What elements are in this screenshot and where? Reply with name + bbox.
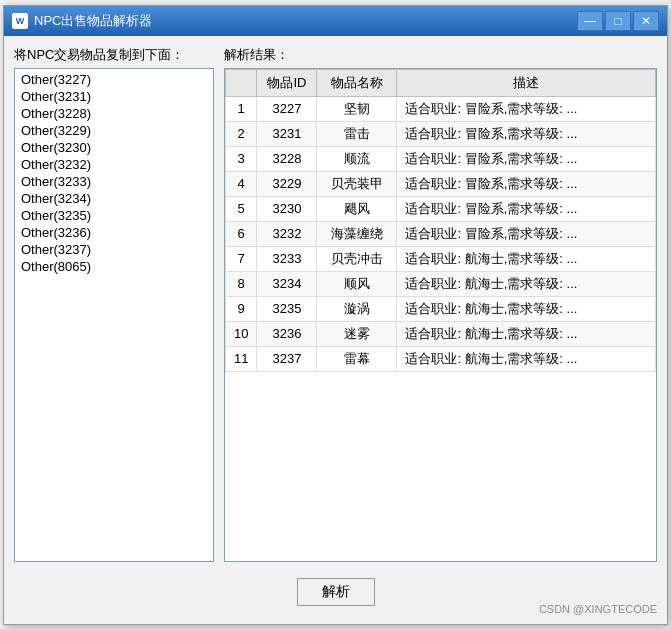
table-row: 103236迷雾适合职业: 航海士,需求等级: ... [226,321,656,346]
left-panel-label: 将NPC交易物品复制到下面： [14,46,214,64]
list-item[interactable]: Other(3232) [17,156,211,173]
window-icon: W [12,13,28,29]
cell-desc: 适合职业: 冒险系,需求等级: ... [397,221,656,246]
minimize-button[interactable]: — [577,11,603,31]
list-item[interactable]: Other(3237) [17,241,211,258]
cell-index: 7 [226,246,257,271]
list-item[interactable]: Other(3228) [17,105,211,122]
list-item[interactable]: Other(3234) [17,190,211,207]
window-title: NPC出售物品解析器 [34,12,577,30]
cell-id: 3227 [257,96,317,121]
table-row: 33228顺流适合职业: 冒险系,需求等级: ... [226,146,656,171]
cell-name: 顺风 [317,271,397,296]
cell-index: 3 [226,146,257,171]
cell-desc: 适合职业: 航海士,需求等级: ... [397,246,656,271]
table-body: 13227坚韧适合职业: 冒险系,需求等级: ...23231雷击适合职业: 冒… [226,96,656,371]
cell-name: 坚韧 [317,96,397,121]
cell-name: 雷击 [317,121,397,146]
cell-id: 3237 [257,346,317,371]
cell-desc: 适合职业: 航海士,需求等级: ... [397,321,656,346]
item-listbox[interactable]: Other(3227)Other(3231)Other(3228)Other(3… [14,68,214,562]
col-name: 物品名称 [317,69,397,96]
cell-id: 3235 [257,296,317,321]
cell-id: 3234 [257,271,317,296]
cell-index: 10 [226,321,257,346]
maximize-button[interactable]: □ [605,11,631,31]
cell-desc: 适合职业: 冒险系,需求等级: ... [397,96,656,121]
cell-index: 8 [226,271,257,296]
cell-id: 3231 [257,121,317,146]
table-row: 13227坚韧适合职业: 冒险系,需求等级: ... [226,96,656,121]
table-row: 63232海藻缠绕适合职业: 冒险系,需求等级: ... [226,221,656,246]
list-item[interactable]: Other(3229) [17,122,211,139]
cell-name: 海藻缠绕 [317,221,397,246]
list-item[interactable]: Other(8065) [17,258,211,275]
cell-index: 1 [226,96,257,121]
cell-index: 6 [226,221,257,246]
col-id: 物品ID [257,69,317,96]
table-row: 23231雷击适合职业: 冒险系,需求等级: ... [226,121,656,146]
cell-desc: 适合职业: 冒险系,需求等级: ... [397,196,656,221]
cell-name: 飓风 [317,196,397,221]
table-row: 83234顺风适合职业: 航海士,需求等级: ... [226,271,656,296]
list-item[interactable]: Other(3230) [17,139,211,156]
cell-name: 漩涡 [317,296,397,321]
cell-index: 11 [226,346,257,371]
content-area: 将NPC交易物品复制到下面： Other(3227)Other(3231)Oth… [4,36,667,624]
list-item[interactable]: Other(3236) [17,224,211,241]
left-panel: 将NPC交易物品复制到下面： Other(3227)Other(3231)Oth… [14,46,214,562]
table-row: 43229贝壳装甲适合职业: 冒险系,需求等级: ... [226,171,656,196]
col-desc: 描述 [397,69,656,96]
cell-id: 3230 [257,196,317,221]
table-row: 53230飓风适合职业: 冒险系,需求等级: ... [226,196,656,221]
cell-index: 5 [226,196,257,221]
results-table-container[interactable]: 物品ID 物品名称 描述 13227坚韧适合职业: 冒险系,需求等级: ...2… [224,68,657,562]
right-panel: 解析结果： 物品ID 物品名称 描述 13227坚韧适合职业: 冒险 [224,46,657,562]
table-header-row: 物品ID 物品名称 描述 [226,69,656,96]
cell-name: 雷幕 [317,346,397,371]
title-bar: W NPC出售物品解析器 — □ ✕ [4,6,667,36]
cell-id: 3232 [257,221,317,246]
cell-index: 9 [226,296,257,321]
cell-desc: 适合职业: 航海士,需求等级: ... [397,271,656,296]
cell-desc: 适合职业: 冒险系,需求等级: ... [397,121,656,146]
main-area: 将NPC交易物品复制到下面： Other(3227)Other(3231)Oth… [14,46,657,562]
list-item[interactable]: Other(3231) [17,88,211,105]
results-table: 物品ID 物品名称 描述 13227坚韧适合职业: 冒险系,需求等级: ...2… [225,69,656,372]
close-button[interactable]: ✕ [633,11,659,31]
col-index [226,69,257,96]
cell-desc: 适合职业: 冒险系,需求等级: ... [397,146,656,171]
results-label: 解析结果： [224,46,657,64]
table-row: 93235漩涡适合职业: 航海士,需求等级: ... [226,296,656,321]
cell-name: 顺流 [317,146,397,171]
list-item[interactable]: Other(3235) [17,207,211,224]
list-item[interactable]: Other(3233) [17,173,211,190]
cell-desc: 适合职业: 航海士,需求等级: ... [397,296,656,321]
cell-desc: 适合职业: 航海士,需求等级: ... [397,346,656,371]
cell-id: 3229 [257,171,317,196]
cell-index: 4 [226,171,257,196]
parse-button[interactable]: 解析 [297,578,375,606]
cell-index: 2 [226,121,257,146]
cell-id: 3228 [257,146,317,171]
watermark: CSDN @XINGTECODE [539,603,657,615]
cell-name: 贝壳冲击 [317,246,397,271]
title-bar-buttons: — □ ✕ [577,11,659,31]
cell-id: 3236 [257,321,317,346]
cell-name: 贝壳装甲 [317,171,397,196]
cell-desc: 适合职业: 冒险系,需求等级: ... [397,171,656,196]
table-row: 73233贝壳冲击适合职业: 航海士,需求等级: ... [226,246,656,271]
cell-id: 3233 [257,246,317,271]
main-window: W NPC出售物品解析器 — □ ✕ 将NPC交易物品复制到下面： Other(… [3,5,668,625]
list-item[interactable]: Other(3227) [17,71,211,88]
table-row: 113237雷幕适合职业: 航海士,需求等级: ... [226,346,656,371]
cell-name: 迷雾 [317,321,397,346]
